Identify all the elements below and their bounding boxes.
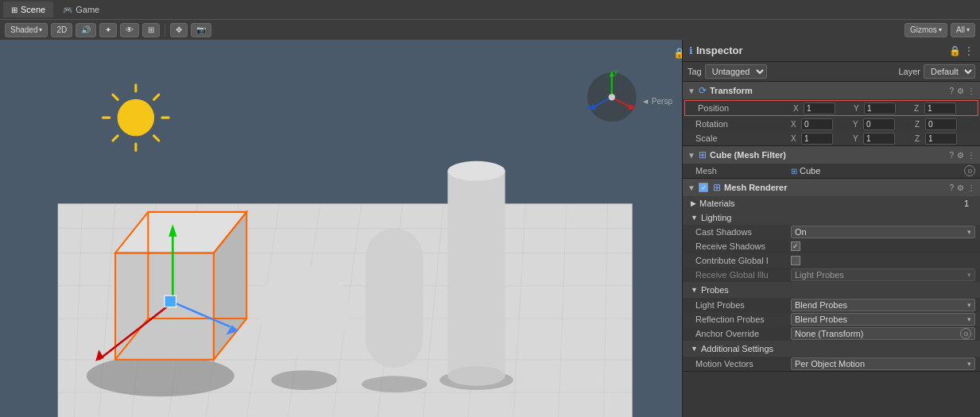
scale-z-input[interactable] <box>925 133 957 145</box>
lock-icon[interactable]: 🔒 <box>949 45 961 56</box>
motion-vectors-arrow: ▾ <box>967 360 971 368</box>
gizmos-dropdown[interactable]: Gizmos <box>904 23 947 37</box>
scale-x-input[interactable] <box>801 133 833 145</box>
all-dropdown[interactable]: All <box>951 23 975 37</box>
mesh-filter-more-icon[interactable]: ⋮ <box>967 151 975 160</box>
mesh-filter-icon: ⊞ <box>699 149 707 160</box>
inspector-scroll[interactable]: ▼ ⟳ Transform ? ⚙ ⋮ Position <box>683 82 980 417</box>
transform-name: Transform <box>710 86 946 95</box>
mesh-value: ⊞ Cube <box>791 166 820 176</box>
mesh-renderer-more-icon[interactable]: ⋮ <box>967 183 975 192</box>
svg-point-43 <box>362 376 428 392</box>
position-y-input[interactable] <box>864 102 896 114</box>
mesh-renderer-help-icon[interactable]: ? <box>949 183 954 192</box>
rotation-x-input[interactable] <box>801 118 833 130</box>
anchor-override-row: Anchor Override None (Transform) ⊙ <box>683 326 980 341</box>
rotation-y-input[interactable] <box>863 118 895 130</box>
receive-gi-dropdown[interactable]: Light Probes ▾ <box>791 268 975 281</box>
mesh-filter-help-icon[interactable]: ? <box>949 151 954 160</box>
scene-viewport[interactable]: y x z 🔒 ◄ Persp <box>0 40 682 417</box>
additional-settings-header[interactable]: ▼ Additional Settings <box>683 341 980 357</box>
2d-button[interactable]: 2D <box>51 23 72 37</box>
cast-shadows-dropdown[interactable]: On ▾ <box>791 226 975 238</box>
pos-z-axis: Z <box>914 104 924 113</box>
mesh-renderer-settings-icon[interactable]: ⚙ <box>957 183 964 192</box>
mesh-filter-header-icons: ? ⚙ ⋮ <box>949 151 975 160</box>
receive-gi-label: Receive Global Illu <box>695 270 791 280</box>
position-z-field: Z <box>914 102 973 114</box>
lighting-label: Lighting <box>701 213 732 222</box>
position-row: Position X Y Z <box>685 101 978 115</box>
tab-scene[interactable]: ⊞ Scene <box>3 2 53 17</box>
materials-row[interactable]: ▶ Materials 1 <box>683 196 980 210</box>
mesh-renderer-component: ▼ ✓ ⊞ Mesh Renderer ? ⚙ ⋮ ▶ Materials 1 <box>683 179 980 372</box>
position-x-input[interactable] <box>804 102 835 114</box>
position-values: X Y Z <box>793 102 973 114</box>
hidden-button[interactable]: 👁 <box>120 23 139 37</box>
mesh-filter-header[interactable]: ▼ ⊞ Cube (Mesh Filter) ? ⚙ ⋮ <box>683 146 980 164</box>
rotation-z-input[interactable] <box>925 118 957 130</box>
mesh-label: Mesh <box>695 166 791 176</box>
reflection-probes-arrow: ▾ <box>967 315 971 323</box>
transform-header[interactable]: ▼ ⟳ Transform ? ⚙ ⋮ <box>683 82 980 99</box>
move-tool[interactable]: ✥ <box>170 23 188 37</box>
light-probes-dropdown[interactable]: Blend Probes ▾ <box>791 299 975 311</box>
grid-button[interactable]: ⊞ <box>142 23 160 37</box>
main-content: y x z 🔒 ◄ Persp ℹ Inspector <box>0 40 980 417</box>
position-z-input[interactable] <box>924 102 956 114</box>
scale-x-axis: X <box>791 134 800 143</box>
lighting-sub-header[interactable]: ▼ Lighting <box>683 210 980 225</box>
cast-shadows-label: Cast Shadows <box>695 227 791 237</box>
svg-text:y: y <box>614 68 618 75</box>
transform-help-icon[interactable]: ? <box>949 87 954 95</box>
camera-tool[interactable]: 📷 <box>191 23 211 37</box>
transform-settings-icon[interactable]: ⚙ <box>957 87 964 95</box>
transform-icon: ⟳ <box>699 85 707 96</box>
layer-dropdown[interactable]: Default <box>924 64 975 79</box>
scale-y-input[interactable] <box>863 133 895 145</box>
light-probes-value: Blend Probes <box>795 300 847 310</box>
mesh-renderer-toggle: ▼ <box>688 183 695 192</box>
rot-x-axis: X <box>791 120 800 129</box>
rotation-values: X Y Z <box>791 118 975 130</box>
tab-game[interactable]: 🎮 Game <box>55 2 107 17</box>
transform-toggle: ▼ <box>688 87 695 95</box>
anchor-select-btn[interactable]: ⊙ <box>960 328 971 339</box>
mesh-renderer-header[interactable]: ▼ ✓ ⊞ Mesh Renderer ? ⚙ ⋮ <box>683 179 980 196</box>
scale-y-field: Y <box>853 133 913 145</box>
motion-vectors-dropdown[interactable]: Per Object Motion ▾ <box>791 357 975 370</box>
lighting-toggle: ▼ <box>691 214 698 222</box>
more-icon[interactable]: ⋮ <box>964 45 974 56</box>
effects-button[interactable]: ✦ <box>99 23 117 37</box>
reflection-probes-value: Blend Probes <box>795 315 847 324</box>
mesh-renderer-enable-checkbox[interactable]: ✓ <box>699 183 708 192</box>
cast-shadows-value: On <box>795 227 807 237</box>
transform-component: ▼ ⟳ Transform ? ⚙ ⋮ Position <box>683 82 980 146</box>
receive-shadows-checkbox[interactable]: ✓ <box>791 241 800 251</box>
motion-vectors-value: Per Object Motion <box>795 359 865 369</box>
contribute-gi-checkbox[interactable] <box>791 256 800 265</box>
light-probes-label: Light Probes <box>695 300 791 310</box>
rotation-label: Rotation <box>695 119 791 129</box>
tab-bar: ⊞ Scene 🎮 Game <box>0 0 980 19</box>
svg-text:x: x <box>632 102 636 110</box>
mesh-filter-toggle: ▼ <box>688 151 695 160</box>
anchor-override-dropdown[interactable]: None (Transform) ⊙ <box>791 327 975 340</box>
mesh-filter-settings-icon[interactable]: ⚙ <box>957 151 964 160</box>
scale-x-field: X <box>791 133 851 145</box>
audio-button[interactable]: 🔊 <box>76 23 96 37</box>
materials-count: 1 <box>964 199 969 208</box>
tag-dropdown[interactable]: Untagged <box>705 64 767 79</box>
scale-z-field: Z <box>915 133 975 145</box>
probes-header[interactable]: ▼ Probes <box>683 282 980 298</box>
scale-z-axis: Z <box>915 134 924 143</box>
reflection-probes-dropdown[interactable]: Blend Probes ▾ <box>791 313 975 326</box>
scale-row: Scale X Y Z <box>683 131 980 145</box>
mesh-select-btn[interactable]: ⊙ <box>964 165 975 176</box>
transform-more-icon[interactable]: ⋮ <box>967 87 975 95</box>
tab-game-label: Game <box>76 5 99 14</box>
light-probes-row: Light Probes Blend Probes ▾ <box>683 298 980 312</box>
receive-shadows-label: Receive Shadows <box>695 241 791 251</box>
anchor-override-label: Anchor Override <box>695 329 791 338</box>
shaded-dropdown[interactable]: Shaded <box>5 23 48 37</box>
